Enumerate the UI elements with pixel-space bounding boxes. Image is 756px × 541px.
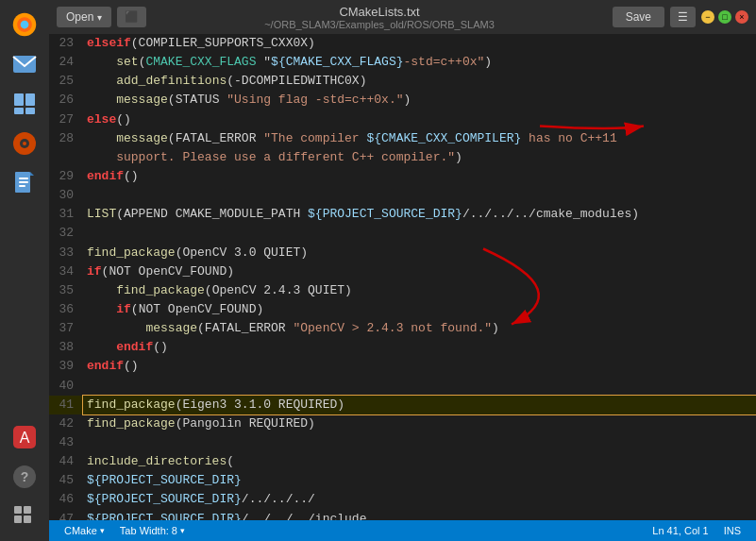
line-content: set(CMAKE_CXX_FLAGS "${CMAKE_CXX_FLAGS}-…: [83, 53, 756, 72]
table-row: 42find_package(Pangolin REQUIRED): [49, 414, 756, 433]
save-button[interactable]: Save: [613, 7, 664, 27]
table-row: 33find_package(OpenCV 3.0 QUIET): [49, 244, 756, 262]
svg-point-2: [21, 21, 29, 29]
table-row: 39endif(): [49, 357, 756, 376]
table-row: 27else(): [49, 110, 756, 129]
line-number: 36: [49, 300, 83, 319]
line-content: if(NOT OpenCV_FOUND): [83, 300, 756, 319]
svg-rect-21: [24, 506, 31, 514]
line-number: 35: [49, 281, 83, 300]
line-content: message(FATAL_ERROR "OpenCV > 2.4.3 not …: [83, 319, 756, 338]
line-number: 25: [49, 72, 83, 91]
line-number: 28: [49, 129, 83, 148]
line-number: 47: [49, 510, 83, 520]
table-row: 35 find_package(OpenCV 2.4.3 QUIET): [49, 281, 756, 300]
status-cmake-label: CMake: [64, 525, 97, 536]
sidebar-files-icon[interactable]: [8, 87, 42, 121]
line-number: 24: [49, 53, 83, 72]
table-row: 30: [49, 186, 756, 205]
sidebar: A ?: [0, 0, 49, 541]
line-content: endif(): [83, 357, 756, 376]
table-row: 25 add_definitions(-DCOMPILEDWITHC0X): [49, 72, 756, 91]
line-number: 42: [49, 414, 83, 433]
line-content: message(FATAL_ERROR "The compiler ${CMAK…: [83, 129, 756, 148]
table-row: 41find_package(Eigen3 3.1.0 REQUIRED): [49, 396, 756, 414]
line-number: 41: [49, 396, 83, 414]
svg-marker-15: [30, 172, 34, 176]
status-cmake[interactable]: CMake ▾: [57, 525, 112, 536]
sidebar-document-icon[interactable]: [8, 166, 42, 200]
table-row: 38 endif(): [49, 338, 756, 357]
open-button[interactable]: Open ▾: [57, 7, 111, 27]
open-dropdown-arrow: ▾: [97, 12, 102, 23]
status-position: Ln 41, Col 1: [645, 525, 715, 536]
svg-rect-20: [14, 506, 22, 514]
split-button[interactable]: ⬛: [117, 7, 146, 27]
line-number: 46: [49, 490, 83, 509]
line-content: else(): [83, 110, 756, 129]
line-number: 23: [49, 34, 83, 53]
sidebar-help-icon[interactable]: ?: [8, 460, 42, 494]
line-number: 32: [49, 224, 83, 243]
status-ins-label: INS: [724, 525, 741, 536]
line-content: endif(): [83, 338, 756, 357]
line-number: 34: [49, 262, 83, 281]
table-row: 31LIST(APPEND CMAKE_MODULE_PATH ${PROJEC…: [49, 205, 756, 224]
status-position-label: Ln 41, Col 1: [652, 525, 708, 536]
titlebar-filename: CMakeLists.txt: [152, 5, 606, 19]
titlebar-path: ~/ORB_SLAM3/Examples_old/ROS/ORB_SLAM3: [152, 19, 606, 30]
sidebar-apps-icon[interactable]: [8, 499, 42, 533]
status-ins: INS: [716, 525, 748, 536]
line-number: 38: [49, 338, 83, 357]
sidebar-music-icon[interactable]: [8, 127, 42, 161]
statusbar: CMake ▾ Tab Width: 8 ▾ Ln 41, Col 1 INS: [49, 520, 756, 541]
line-number: 40: [49, 377, 83, 396]
line-content: LIST(APPEND CMAKE_MODULE_PATH ${PROJECT_…: [83, 205, 756, 224]
svg-rect-13: [19, 181, 28, 183]
line-content: [83, 377, 756, 396]
table-row: 32: [49, 224, 756, 243]
table-row: 40: [49, 377, 756, 396]
table-row: 26 message(STATUS "Using flag -std=c++0x…: [49, 91, 756, 110]
line-content: include_directories(: [83, 452, 756, 471]
line-number: 37: [49, 319, 83, 338]
status-tab-dropdown: ▾: [180, 526, 185, 535]
sidebar-firefox-icon[interactable]: [8, 8, 42, 42]
line-number: 33: [49, 244, 83, 262]
line-number: 29: [49, 167, 83, 186]
maximize-button[interactable]: □: [718, 10, 731, 24]
status-tab-width[interactable]: Tab Width: 8 ▾: [112, 525, 193, 536]
window-controls: − □ ×: [701, 10, 748, 24]
table-row: 43: [49, 433, 756, 452]
table-row: 24 set(CMAKE_CXX_FLAGS "${CMAKE_CXX_FLAG…: [49, 53, 756, 72]
table-row: 28 message(FATAL_ERROR "The compiler ${C…: [49, 129, 756, 148]
svg-rect-4: [14, 93, 24, 106]
close-button[interactable]: ×: [735, 10, 748, 24]
table-row: 47${PROJECT_SOURCE_DIR}/../../../include: [49, 510, 756, 520]
line-number: 31: [49, 205, 83, 224]
line-content: add_definitions(-DCOMPILEDWITHC0X): [83, 72, 756, 91]
line-content: [83, 186, 756, 205]
status-right: Ln 41, Col 1 INS: [645, 525, 748, 536]
code-editor[interactable]: 23elseif(COMPILER_SUPPORTS_CXX0X)24 set(…: [49, 34, 756, 520]
sidebar-appstore-icon[interactable]: A: [8, 420, 42, 454]
minimize-button[interactable]: −: [701, 10, 714, 24]
svg-rect-12: [19, 178, 28, 179]
table-row: 37 message(FATAL_ERROR "OpenCV > 2.4.3 n…: [49, 319, 756, 338]
line-content: endif(): [83, 167, 756, 186]
table-row: 44include_directories(: [49, 452, 756, 471]
line-content: find_package(OpenCV 3.0 QUIET): [83, 244, 756, 262]
table-row: 45${PROJECT_SOURCE_DIR}: [49, 471, 756, 490]
line-content: message(STATUS "Using flag -std=c++0x."): [83, 91, 756, 110]
editor-area: Open ▾ ⬛ CMakeLists.txt ~/ORB_SLAM3/Exam…: [49, 0, 756, 541]
line-content: [83, 433, 756, 452]
sidebar-email-icon[interactable]: [8, 47, 42, 81]
svg-text:?: ?: [21, 469, 29, 484]
line-content: ${PROJECT_SOURCE_DIR}/../../../include: [83, 510, 756, 520]
line-content: ${PROJECT_SOURCE_DIR}: [83, 471, 756, 490]
table-row: 29endif(): [49, 167, 756, 186]
line-number: 43: [49, 433, 83, 452]
svg-rect-14: [19, 185, 25, 187]
svg-text:A: A: [20, 430, 30, 446]
menu-button[interactable]: ☰: [670, 7, 696, 27]
